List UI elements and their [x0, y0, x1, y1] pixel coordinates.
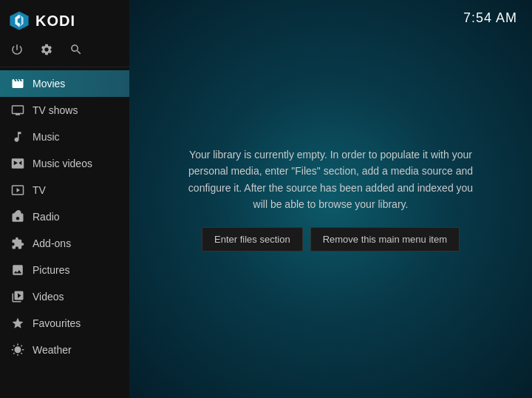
sidebar-divider — [0, 67, 129, 67]
tvshows-label: TV shows — [33, 104, 78, 116]
music-icon — [10, 129, 25, 144]
musicvideos-label: Music videos — [33, 158, 92, 169]
sidebar-item-favourites[interactable]: Favourites — [0, 310, 129, 337]
svg-marker-0 — [10, 11, 28, 30]
videos-label: Videos — [33, 291, 64, 303]
sidebar-item-videos[interactable]: Videos — [0, 283, 129, 310]
main-content: 7:54 AM Your library is currently empty.… — [129, 0, 532, 398]
sidebar-item-musicvideos[interactable]: Music videos — [0, 150, 129, 177]
music-label: Music — [33, 131, 60, 143]
radio-label: Radio — [33, 211, 60, 223]
app-title: KODI — [35, 13, 75, 30]
power-icon[interactable] — [10, 43, 24, 59]
kodi-logo-icon — [9, 10, 30, 31]
enter-files-button[interactable]: Enter files section — [202, 227, 303, 252]
addons-icon — [10, 236, 25, 251]
sidebar-item-tvshows[interactable]: TV shows — [0, 97, 129, 124]
movies-label: Movies — [33, 78, 65, 90]
addons-label: Add-ons — [33, 237, 71, 249]
sidebar-item-weather[interactable]: Weather — [0, 337, 129, 363]
favourites-label: Favourites — [33, 317, 81, 329]
pictures-label: Pictures — [33, 264, 70, 276]
time-display: 7:54 AM — [449, 0, 532, 36]
weather-icon — [10, 343, 25, 357]
sidebar-header: KODI — [0, 0, 129, 38]
sidebar-item-pictures[interactable]: Pictures — [0, 257, 129, 283]
sidebar-item-radio[interactable]: Radio — [0, 203, 129, 230]
search-icon[interactable] — [69, 43, 83, 59]
library-empty-box: Your library is currently empty. In orde… — [168, 132, 494, 267]
weather-label: Weather — [33, 344, 72, 356]
sidebar-item-addons[interactable]: Add-ons — [0, 230, 129, 257]
sidebar-item-music[interactable]: Music — [0, 124, 129, 150]
radio-icon — [10, 209, 25, 224]
library-empty-message: Your library is currently empty. In orde… — [183, 146, 479, 213]
tvshows-icon — [10, 103, 25, 118]
movies-icon — [10, 76, 25, 91]
pictures-icon — [10, 263, 25, 277]
sidebar-item-movies[interactable]: Movies — [0, 70, 129, 97]
sidebar-actions — [0, 38, 129, 67]
sidebar-nav: Movies TV shows Music Music videos TV — [0, 70, 129, 398]
favourites-icon — [10, 316, 25, 331]
videos-icon — [10, 289, 25, 304]
settings-icon[interactable] — [40, 43, 53, 59]
tv-label: TV — [33, 184, 46, 196]
library-empty-actions: Enter files section Remove this main men… — [183, 227, 479, 252]
musicvideos-icon — [10, 156, 25, 171]
remove-menu-item-button[interactable]: Remove this main menu item — [310, 227, 460, 252]
tv-icon — [10, 183, 25, 198]
sidebar-item-tv[interactable]: TV — [0, 177, 129, 203]
sidebar: KODI Movies — [0, 0, 129, 398]
